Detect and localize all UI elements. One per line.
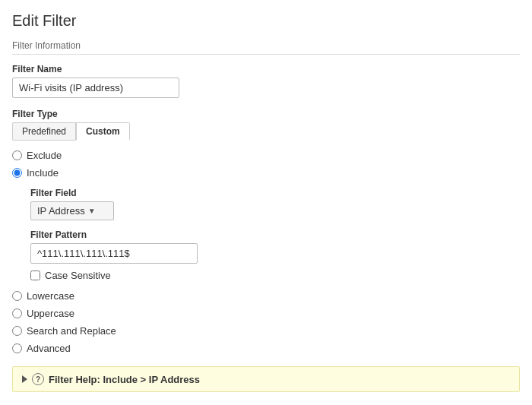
radio-uppercase[interactable]: Uppercase	[12, 308, 520, 319]
filter-pattern-input[interactable]	[30, 243, 198, 264]
radio-exclude-label: Exclude	[27, 150, 62, 161]
radio-advanced[interactable]: Advanced	[12, 343, 520, 354]
filter-field-label: Filter Field	[30, 188, 520, 198]
radio-include-label: Include	[27, 167, 59, 179]
include-options: Filter Field IP Address ▼ Filter Pattern…	[30, 188, 520, 281]
radio-advanced-label: Advanced	[27, 343, 71, 354]
filter-help-toggle-icon[interactable]	[22, 375, 27, 383]
radio-include-input[interactable]	[12, 168, 22, 178]
filter-type-tabs: Predefined Custom	[12, 122, 520, 141]
radio-lowercase-label: Lowercase	[27, 290, 74, 302]
radio-uppercase-label: Uppercase	[27, 308, 74, 319]
radio-search-replace-input[interactable]	[12, 326, 22, 336]
filter-help-bar: ? Filter Help: Include > IP Address	[12, 366, 520, 392]
page-title: Edit Filter	[12, 12, 520, 30]
radio-exclude[interactable]: Exclude	[12, 150, 520, 161]
filter-type-radio-group: Exclude Include	[12, 150, 520, 179]
case-sensitive-checkbox[interactable]	[30, 271, 40, 280]
tab-custom[interactable]: Custom	[76, 122, 130, 141]
dropdown-arrow-icon: ▼	[88, 207, 96, 215]
radio-search-replace-label: Search and Replace	[27, 325, 116, 337]
filter-help-icon[interactable]: ?	[32, 373, 44, 385]
radio-exclude-input[interactable]	[12, 150, 22, 160]
radio-uppercase-input[interactable]	[12, 308, 22, 318]
filter-name-input[interactable]	[12, 78, 179, 98]
filter-type-label: Filter Type	[12, 109, 520, 119]
filter-name-label: Filter Name	[12, 64, 520, 74]
tab-predefined[interactable]: Predefined	[12, 122, 76, 141]
radio-search-replace[interactable]: Search and Replace	[12, 325, 520, 337]
filter-field-dropdown[interactable]: IP Address ▼	[30, 201, 114, 220]
filter-type-extra-radio-group: Lowercase Uppercase Search and Replace A…	[12, 290, 520, 354]
filter-help-text: Filter Help: Include > IP Address	[49, 374, 200, 385]
filter-pattern-label: Filter Pattern	[30, 229, 520, 240]
radio-include[interactable]: Include	[12, 167, 520, 179]
radio-lowercase[interactable]: Lowercase	[12, 290, 520, 302]
filter-information-section: Filter Information	[12, 40, 520, 55]
radio-lowercase-input[interactable]	[12, 291, 22, 301]
radio-advanced-input[interactable]	[12, 343, 22, 353]
filter-field-value: IP Address	[37, 205, 85, 217]
case-sensitive-row: Case Sensitive	[30, 270, 520, 281]
case-sensitive-label: Case Sensitive	[45, 270, 111, 281]
